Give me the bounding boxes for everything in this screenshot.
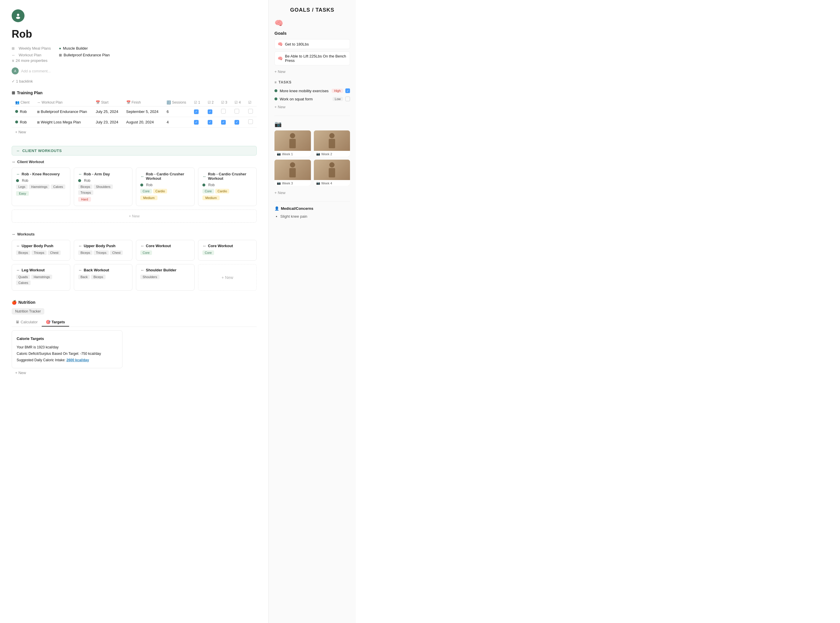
check-cell-1[interactable]: ✓ (204, 106, 217, 117)
workout-item[interactable]: ↔ Upper Body Push BicepsTricepsChest (74, 240, 132, 261)
brain-icon: 🧠 (274, 19, 350, 27)
workout-item-tags: Core (202, 250, 252, 255)
workout-item-tags: BackBiceps (78, 275, 128, 279)
card-person: Rob (202, 183, 252, 187)
property-meal-plans: ⊞ Weekly Meal Plans ● Muscle Builder (12, 45, 257, 52)
comment-area[interactable]: A Add a comment... (12, 68, 257, 74)
client-workout-card[interactable]: ↔ Rob - Cardio Crusher Workout Rob CoreC… (136, 167, 194, 206)
task-checkbox[interactable] (345, 97, 350, 101)
workout-item-tags: Shoulders (140, 275, 190, 279)
check-cell-2[interactable] (217, 106, 231, 117)
col-finish: 📅 Finish (123, 99, 163, 106)
add-workout[interactable]: + New (198, 264, 257, 291)
tag: Cardio (215, 189, 229, 193)
tag: Chest (110, 250, 123, 255)
goal-text: Get to 180Lbs (285, 42, 309, 46)
tag: Shoulders (93, 184, 113, 189)
workout-item[interactable]: ↔ Shoulder Builder Shoulders (136, 264, 194, 291)
workout-item[interactable]: ↔ Core Workout Core (198, 240, 257, 261)
add-task[interactable]: + New (274, 103, 350, 111)
task-checkbox[interactable]: ✓ (345, 88, 350, 93)
task-item[interactable]: More knee mobility exercises High ✓ (274, 87, 350, 95)
col-start: 📅 Start (92, 99, 122, 106)
add-goal[interactable]: + New (274, 68, 350, 75)
check-cell-3[interactable]: ✓ (231, 117, 245, 127)
nutrition-badge[interactable]: Nutrition Tracker (12, 308, 44, 315)
task-priority: Low (332, 97, 343, 101)
medical-item: Slight knee pain (280, 213, 350, 220)
goal-item[interactable]: 🧠Be Able to Lift 225Lbs On the Bench Pre… (274, 51, 350, 65)
card-title: ↔ Rob - Cardio Crusher Workout (202, 172, 252, 181)
tag: Triceps (32, 250, 47, 255)
task-dot (274, 97, 277, 100)
meal-plans-value[interactable]: ● Muscle Builder (59, 46, 88, 51)
photo-box[interactable]: 📷 Week 3 (274, 160, 311, 186)
workouts-header: ↔ Workouts (12, 232, 257, 236)
photo-label: 📷 Week 2 (314, 151, 350, 157)
tag: Core (202, 189, 214, 193)
tasks-title: ≡ TASKS (274, 80, 350, 84)
check-cell-3[interactable] (231, 106, 245, 117)
check-cell-4[interactable] (245, 117, 257, 127)
card-person: Rob (78, 179, 128, 183)
client-workout-card[interactable]: ↔ Rob - Cardio Crusher Workout Rob CoreC… (198, 167, 257, 206)
property-workout-plan: ↔ Workout Plan ⊞ Bulletproof Endurance P… (12, 52, 257, 58)
cell-client: Rob (12, 117, 34, 127)
workout-item-tags: Core (140, 250, 190, 255)
task-priority: High (332, 89, 343, 93)
check-cell-2[interactable]: ✓ (217, 117, 231, 127)
add-photo[interactable]: + New (274, 189, 350, 197)
calorie-box: Calorie Targets Your BMR is 1923 kcal/da… (12, 330, 122, 368)
workout-item[interactable]: ↔ Back Workout BackBiceps (74, 264, 132, 291)
task-dot (274, 89, 277, 92)
person-icon: 👤 (274, 206, 279, 211)
workout-item-icon: ↔ (78, 268, 82, 272)
workout-plan-value[interactable]: ⊞ Bulletproof Endurance Plan (59, 53, 110, 57)
add-client-workout[interactable]: + New (12, 210, 257, 222)
client-workout-card[interactable]: ↔ Rob - Knee Recovery Rob LegsHamstrings… (12, 167, 70, 206)
workout-item-tags: BicepsTricepsChest (16, 250, 66, 255)
card-icon: ↔ (78, 172, 82, 176)
cell-plan: ⊞ Bulletproof Endurance Plan (34, 106, 92, 117)
add-nutrition[interactable]: + New (12, 368, 257, 377)
goal-icon: 🧠 (278, 42, 283, 46)
camera-icon: 📷 (274, 121, 350, 127)
col-3: ☑ 3 (217, 99, 231, 106)
goal-text: Be Able to Lift 225Lbs On the Bench Pres… (285, 54, 347, 63)
photo-label: 📷 Week 3 (274, 180, 311, 186)
check-cell-0[interactable]: ✓ (190, 117, 204, 127)
right-panel: GOALS / TASKS 🧠 Goals 🧠Get to 180Lbs🧠Be … (268, 0, 356, 623)
workout-header-icon: ↔ (16, 149, 20, 153)
tab-calculator[interactable]: 🖩 Calculator (12, 318, 42, 327)
training-plan-table: 👥 Client ↔ Workout Plan 📅 Start 📅 Finish… (12, 99, 257, 127)
training-plan-section: ⊞ Training Plan 👥 Client ↔ Workout Plan … (12, 91, 257, 137)
svg-point-0 (17, 14, 19, 16)
photo-box[interactable]: 📷 Week 2 (314, 130, 350, 157)
add-training-row[interactable]: + New (12, 127, 257, 137)
nutrition-tabs: 🖩 Calculator 🎯 Targets (12, 318, 257, 327)
subheader-icon: ↔ (12, 160, 15, 164)
tag: Biceps (78, 184, 92, 189)
tag: Quads (16, 275, 30, 279)
photo-box[interactable]: 📷 Week 1 (274, 130, 311, 157)
photo-box[interactable]: 📷 Week 4 (314, 160, 350, 186)
client-workout-card[interactable]: ↔ Rob - Arm Day Rob BicepsShouldersTrice… (74, 167, 132, 206)
more-properties[interactable]: ∨ 24 more properties (12, 58, 257, 63)
grid-icon: ⊞ (12, 46, 16, 51)
col-5: ☑ (245, 99, 257, 106)
workout-item-title: ↔ Shoulder Builder (140, 268, 190, 272)
check-cell-0[interactable]: ✓ (190, 106, 204, 117)
tab-targets[interactable]: 🎯 Targets (42, 318, 69, 327)
check-cell-4[interactable] (245, 106, 257, 117)
workout-item[interactable]: ↔ Upper Body Push BicepsTricepsChest (12, 240, 70, 261)
card-difficulty: Medium (140, 195, 158, 200)
tag: Core (140, 189, 152, 193)
check-cell-1[interactable]: ✓ (204, 117, 217, 127)
workout-item[interactable]: ↔ Leg Workout QuadsHamstringsCalves (12, 264, 70, 291)
medical-section: 👤 Medical/Concerns Slight knee pain (274, 206, 350, 220)
task-item[interactable]: Work on squat form Low (274, 95, 350, 103)
backlink[interactable]: ✓ 1 backlink (12, 79, 257, 83)
goal-item[interactable]: 🧠Get to 180Lbs (274, 39, 350, 49)
col-client: 👥 Client (12, 99, 34, 106)
workout-item[interactable]: ↔ Core Workout Core (136, 240, 194, 261)
